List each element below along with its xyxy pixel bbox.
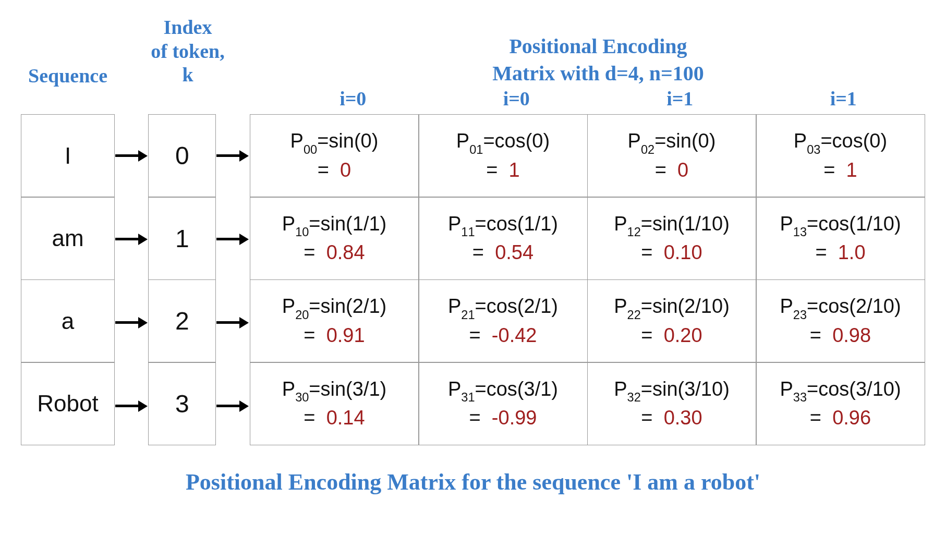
arrow-icon: [216, 281, 249, 364]
matrix-cell-expr: P21=cos(2/1): [448, 293, 558, 322]
i-header-row: i=0 i=0 i=1 i=1: [271, 87, 925, 110]
matrix-header: Positional Encoding Matrix with d=4, n=1…: [271, 33, 925, 87]
matrix-cell-expr: P32=sin(3/10): [614, 376, 730, 405]
sequence-cell: Robot: [21, 362, 115, 445]
top-headers: Sequence Index of token, k Positional En…: [21, 16, 925, 87]
i-header-2: i=1: [598, 87, 762, 110]
matrix-cell-expr: P12=sin(1/10): [614, 211, 730, 239]
matrix-cell: P32=sin(3/10)= 0.30: [587, 362, 757, 445]
index-cell: 3: [148, 362, 216, 445]
sequence-column: I am a Robot: [21, 114, 115, 448]
i-header-1: i=0: [435, 87, 599, 110]
matrix-cell-expr: P20=sin(2/1): [282, 293, 386, 322]
matrix-cell-expr: P33=cos(3/10): [780, 376, 901, 405]
matrix-cell-expr: P11=cos(1/1): [448, 211, 558, 239]
matrix-cell-expr: P03=cos(0): [794, 128, 887, 156]
matrix-row: P10=sin(1/1)= 0.84P11=cos(1/1)= 0.54P12=…: [250, 197, 926, 280]
matrix-cell: P13=cos(1/10)= 1.0: [756, 197, 925, 280]
sequence-cell: a: [21, 279, 115, 363]
matrix-cell: P20=sin(2/1)= 0.91: [250, 279, 419, 363]
matrix-cell-value: = 1: [823, 157, 857, 184]
matrix-cell-expr: P31=cos(3/1): [448, 376, 558, 405]
arrow-icon: [216, 198, 249, 281]
arrow-icon: [115, 364, 148, 448]
matrix-cell: P31=cos(3/1)= -0.99: [418, 362, 588, 445]
matrix-cell-value: = -0.42: [469, 322, 537, 349]
matrix-cell: P01=cos(0)= 1: [418, 114, 588, 198]
arrow-icon: [115, 281, 148, 364]
matrix-cell-value: = 1: [486, 157, 519, 184]
matrix-cell: P10=sin(1/1)= 0.84: [250, 197, 419, 280]
matrix-cell: P11=cos(1/1)= 0.54: [418, 197, 588, 280]
matrix-cell-value: = 0.98: [810, 322, 871, 349]
matrix-cell-expr: P22=sin(2/10): [614, 293, 730, 322]
matrix-cell-value: = 0.84: [304, 239, 365, 266]
matrix-cell-value: = 0.10: [641, 239, 702, 266]
matrix-header-l2: Matrix with d=4, n=100: [271, 60, 925, 87]
index-cell: 0: [148, 114, 216, 198]
sequence-header: Sequence: [21, 33, 115, 87]
matrix-cell-expr: P30=sin(3/1): [282, 376, 386, 405]
matrix-cell: P02=sin(0)= 0: [587, 114, 757, 198]
matrix-cell-expr: P01=cos(0): [456, 128, 550, 156]
i-header-0: i=0: [271, 87, 435, 110]
matrix-cell-expr: P13=cos(1/10): [780, 211, 901, 239]
arrow-icon: [115, 114, 148, 198]
matrix-header-l1: Positional Encoding: [271, 33, 925, 60]
matrix-cell-value: = 0.30: [641, 405, 702, 431]
index-header: Index of token, k: [136, 16, 240, 87]
matrix-cell-value: = 1.0: [815, 239, 865, 266]
matrix-row: P20=sin(2/1)= 0.91P21=cos(2/1)= -0.42P22…: [250, 279, 926, 363]
matrix-cell-value: = 0.54: [472, 239, 533, 266]
caption: Positional Encoding Matrix for the seque…: [21, 469, 925, 495]
content-row: I am a Robot 0 1 2 3 P00=sin(0)= 0P01=co…: [21, 114, 925, 448]
arrow-icon: [115, 198, 148, 281]
sequence-cell: I: [21, 114, 115, 198]
matrix-cell-expr: P23=cos(2/10): [780, 293, 901, 322]
matrix-cell: P21=cos(2/1)= -0.42: [418, 279, 588, 363]
index-cell: 1: [148, 197, 216, 280]
matrix-cell: P30=sin(3/1)= 0.14: [250, 362, 419, 445]
matrix-cell-expr: P02=sin(0): [628, 128, 716, 156]
arrow-column-2: [216, 114, 249, 448]
matrix-cell-value: = 0: [318, 157, 351, 184]
matrix-cell: P33=cos(3/10)= 0.96: [756, 362, 925, 445]
matrix-column: P00=sin(0)= 0P01=cos(0)= 1P02=sin(0)= 0P…: [250, 114, 926, 448]
sequence-cell: am: [21, 197, 115, 280]
arrow-column-1: [115, 114, 148, 448]
matrix-cell: P23=cos(2/10)= 0.98: [756, 279, 925, 363]
index-header-l3: k: [136, 63, 240, 87]
matrix-cell: P22=sin(2/10)= 0.20: [587, 279, 757, 363]
index-header-l2: of token,: [136, 40, 240, 64]
matrix-row: P00=sin(0)= 0P01=cos(0)= 1P02=sin(0)= 0P…: [250, 114, 926, 198]
matrix-row: P30=sin(3/1)= 0.14P31=cos(3/1)= -0.99P32…: [250, 362, 926, 445]
arrow-icon: [216, 114, 249, 198]
i-header-3: i=1: [762, 87, 926, 110]
matrix-cell: P00=sin(0)= 0: [250, 114, 419, 198]
index-header-l1: Index: [136, 16, 240, 40]
matrix-cell-expr: P00=sin(0): [290, 128, 379, 156]
matrix-cell: P03=cos(0)= 1: [756, 114, 925, 198]
matrix-cell-value: = 0.14: [304, 405, 365, 431]
matrix-cell-value: = 0: [655, 157, 688, 184]
matrix-cell-expr: P10=sin(1/1): [282, 211, 386, 239]
matrix-cell-value: = 0.20: [641, 322, 702, 349]
index-column: 0 1 2 3: [148, 114, 216, 448]
matrix-cell: P12=sin(1/10)= 0.10: [587, 197, 757, 280]
index-cell: 2: [148, 279, 216, 363]
matrix-cell-value: = 0.91: [304, 322, 365, 349]
arrow-icon: [216, 364, 249, 448]
matrix-cell-value: = 0.96: [810, 405, 871, 431]
matrix-cell-value: = -0.99: [469, 405, 537, 431]
